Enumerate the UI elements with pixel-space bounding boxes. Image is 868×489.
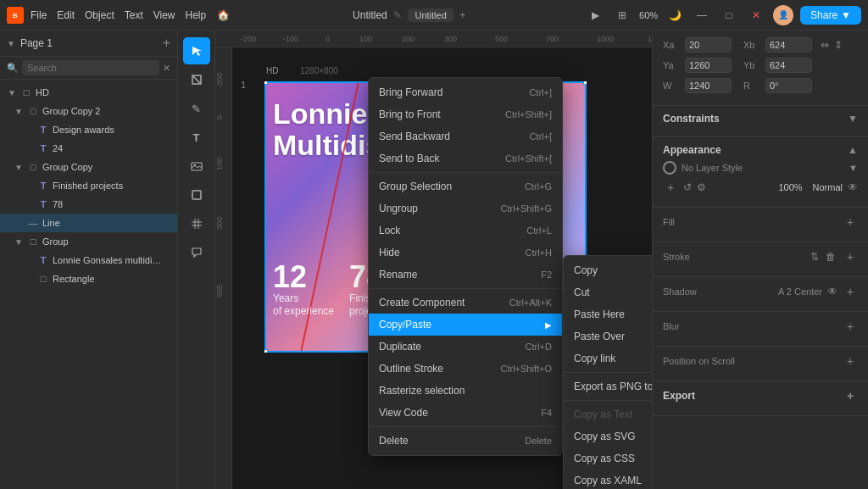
layer-line[interactable]: — Line (0, 214, 177, 232)
select-tool[interactable] (183, 37, 210, 64)
add-scroll-btn[interactable]: + (843, 353, 858, 369)
ctx-create-component[interactable]: Create Component Ctrl+Alt+K (369, 292, 562, 314)
text-tool[interactable]: T (183, 124, 210, 151)
layer-group-copy[interactable]: ▼ □ Group Copy (0, 158, 177, 176)
layer-design-awards[interactable]: T Design awards (0, 120, 177, 139)
xb-input[interactable] (765, 37, 812, 53)
export-title: Export + (663, 388, 858, 403)
ctx-lock[interactable]: Lock Ctrl+L (369, 219, 562, 242)
layer-rectangle[interactable]: □ Rectangle (0, 270, 177, 288)
expand-arrow[interactable]: ▼ (7, 39, 15, 48)
menu-text[interactable]: Text (125, 9, 143, 21)
menu-help[interactable]: Help (186, 9, 207, 21)
ctx-send-to-back[interactable]: Send to Back Ctrl+Shift+[ (369, 147, 562, 169)
sub-paste-over[interactable]: Paste Over (564, 325, 652, 347)
add-blur-btn[interactable]: + (843, 319, 858, 334)
ctx-rename[interactable]: Rename F2 (369, 264, 562, 286)
maximize-icon[interactable]: □ (719, 5, 739, 25)
menu-object[interactable]: Object (85, 9, 114, 21)
sub-copy-as-xaml[interactable]: Copy as XAML (564, 470, 652, 489)
scale-tool[interactable] (183, 66, 210, 93)
sub-copy-link[interactable]: Copy link (564, 347, 652, 370)
ctx-ungroup[interactable]: Ungroup Ctrl+Shift+G (369, 197, 562, 219)
home-icon[interactable]: 🏠 (213, 5, 233, 25)
constraints-section: Constraints ▼ (653, 106, 868, 137)
flip-v-icon[interactable]: ⇕ (834, 39, 843, 51)
menu-edit[interactable]: Edit (57, 9, 75, 21)
close-search-icon[interactable]: ✕ (163, 63, 170, 74)
layer-finished-projects[interactable]: T Finished projects (0, 176, 177, 195)
ctx-bring-to-front[interactable]: Bring to Front Ctrl+Shift+] (369, 103, 562, 125)
constraints-collapse[interactable]: ▼ (848, 113, 858, 125)
menu-view[interactable]: View (153, 9, 175, 21)
sub-copy-as-css[interactable]: Copy as CSS (564, 447, 652, 470)
layer-group-copy-2[interactable]: ▼ □ Group Copy 2 (0, 102, 177, 120)
grid-icon[interactable]: ⊞ (612, 5, 632, 25)
x-row: Xa Xb ⇔ ⇕ (663, 37, 858, 53)
ctx-group-selection[interactable]: Group Selection Ctrl+G (369, 175, 562, 197)
layer-lonnie-text[interactable]: T Lonnie Gonsales multidisciplin (0, 251, 177, 270)
ctx-hide[interactable]: Hide Ctrl+H (369, 242, 562, 264)
comment-tool[interactable] (183, 239, 210, 266)
size-row: W R (663, 78, 858, 93)
ctx-send-backward[interactable]: Send Backward Ctrl+[ (369, 125, 562, 147)
moon-icon[interactable]: 🌙 (665, 5, 685, 25)
sub-copy[interactable]: Copy Ctrl+C (564, 259, 652, 281)
ctx-view-code[interactable]: View Code F4 (369, 402, 562, 424)
ctx-outline-stroke[interactable]: Outline Stroke Ctrl+Shift+O (369, 358, 562, 380)
add-tab-btn[interactable]: + (459, 9, 465, 21)
ya-input[interactable] (685, 58, 732, 73)
shadow-visibility[interactable]: 👁 (827, 286, 837, 297)
layer-label: Design awards (53, 125, 114, 135)
w-input[interactable] (685, 78, 732, 93)
layer-text-78[interactable]: T 78 (0, 195, 177, 214)
r-input[interactable] (765, 78, 812, 93)
ctx-delete[interactable]: Delete Delete (369, 430, 562, 452)
appearance-collapse[interactable]: ▲ (848, 144, 858, 156)
menu-bar: File Edit Object Text View Help (31, 9, 206, 21)
tab-untitled[interactable]: Untitled (408, 8, 453, 22)
layer-text-24[interactable]: T 24 (0, 139, 177, 158)
add-stroke-btn[interactable]: + (843, 249, 858, 264)
settings-icon[interactable]: ⚙ (697, 181, 706, 193)
ctx-duplicate[interactable]: Duplicate Ctrl+D (369, 336, 562, 358)
add-page-btn[interactable]: + (163, 36, 170, 51)
flip-h-icon[interactable]: ⇔ (821, 39, 829, 51)
menu-file[interactable]: File (31, 9, 47, 21)
minimize-icon[interactable]: — (692, 5, 712, 25)
zoom-control[interactable]: 60% (639, 10, 658, 20)
stroke-delete-icon[interactable]: 🗑 (826, 251, 836, 263)
sub-export-png[interactable]: Export as PNG to cloud, Copy URL Alt+C (564, 375, 652, 397)
search-input[interactable] (22, 60, 159, 75)
xa-input[interactable] (685, 37, 732, 53)
refresh-icon[interactable]: ↺ (683, 181, 692, 193)
stroke-sort-icon[interactable]: ⇅ (810, 251, 819, 263)
add-fill-btn[interactable]: + (843, 214, 858, 230)
sub-cut[interactable]: Cut Ctrl+X (564, 281, 652, 303)
ctx-bring-forward[interactable]: Bring Forward Ctrl+] (369, 81, 562, 103)
ctx-copy-paste[interactable]: Copy/Paste ▶ (369, 314, 562, 336)
add-shadow-btn[interactable]: + (843, 284, 858, 299)
image-tool[interactable] (183, 153, 210, 180)
add-export-btn[interactable]: + (843, 388, 858, 403)
visibility-icon[interactable]: 👁 (848, 181, 858, 193)
layer-group[interactable]: ▼ □ Group (0, 232, 177, 251)
layer-hd[interactable]: ▼ □ HD (0, 83, 177, 102)
constraints-title: Constraints ▼ (663, 113, 858, 125)
shape-tool[interactable] (183, 181, 210, 208)
share-button[interactable]: Share ▼ (800, 6, 861, 25)
ctx-rasterize[interactable]: Rasterize selection (369, 380, 562, 402)
stroke-section-label: Stroke (663, 252, 805, 262)
canvas-area[interactable]: -200 -100 0 100 200 300 500 700 1000 110… (215, 31, 652, 489)
sub-paste-here[interactable]: Paste Here (564, 303, 652, 325)
layer-style-dropdown[interactable]: ▼ (849, 163, 858, 173)
play-icon[interactable]: ▶ (585, 5, 605, 25)
sub-copy-as-svg[interactable]: Copy as SVG (564, 425, 652, 447)
blend-mode-label: Normal (813, 182, 843, 192)
pen-tool[interactable]: ✎ (183, 95, 210, 122)
shadow-label: Shadow (663, 286, 773, 297)
close-icon[interactable]: ✕ (746, 5, 766, 25)
grid-tool[interactable] (183, 210, 210, 237)
add-appearance-btn[interactable]: + (663, 180, 678, 195)
yb-input[interactable] (765, 58, 812, 73)
